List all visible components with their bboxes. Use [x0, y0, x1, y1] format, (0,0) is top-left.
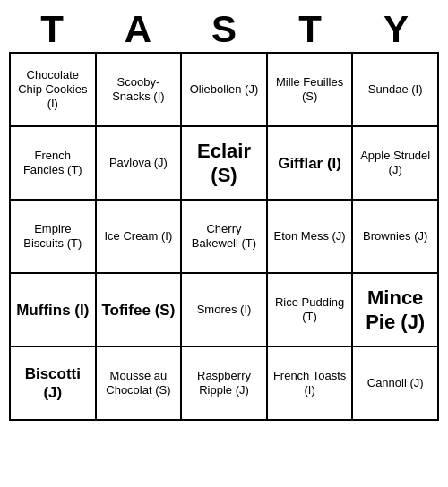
bingo-card: TASTY Chocolate Chip Cookies (I)Scooby-S… — [9, 7, 439, 421]
bingo-cell: Biscotti (J) — [11, 347, 97, 421]
bingo-cell: Ice Cream (I) — [97, 201, 183, 274]
bingo-cell: Scooby-Snacks (I) — [97, 54, 183, 127]
header-letter: S — [181, 7, 267, 52]
bingo-cell: Mousse au Chocolat (S) — [97, 347, 183, 421]
bingo-cell: Muffins (I) — [11, 274, 97, 347]
header-letter: Y — [353, 7, 439, 52]
bingo-cell: French Fancies (T) — [11, 127, 97, 201]
header-letter: T — [267, 7, 353, 52]
bingo-cell: French Toasts (I) — [268, 347, 354, 421]
bingo-cell: Chocolate Chip Cookies (I) — [11, 54, 97, 127]
header-letter: A — [95, 7, 181, 52]
bingo-cell: Pavlova (J) — [97, 127, 183, 201]
bingo-cell: Mille Feuilles (S) — [268, 54, 354, 127]
bingo-cell: Sundae (I) — [353, 54, 439, 127]
bingo-grid: Chocolate Chip Cookies (I)Scooby-Snacks … — [9, 52, 439, 421]
bingo-cell: Eton Mess (J) — [268, 201, 354, 274]
bingo-cell: Cherry Bakewell (T) — [182, 201, 268, 274]
bingo-cell: Mince Pie (J) — [353, 274, 439, 347]
bingo-cell: Eclair (S) — [182, 127, 268, 201]
bingo-cell: Apple Strudel (J) — [353, 127, 439, 201]
bingo-cell: Raspberry Ripple (J) — [182, 347, 268, 421]
header-letter: T — [9, 7, 95, 52]
bingo-cell: Empire Biscuits (T) — [11, 201, 97, 274]
bingo-cell: Oliebollen (J) — [182, 54, 268, 127]
bingo-cell: Brownies (J) — [353, 201, 439, 274]
bingo-cell: Rice Pudding (T) — [268, 274, 354, 347]
bingo-cell: Smores (I) — [182, 274, 268, 347]
bingo-cell: Tofifee (S) — [97, 274, 183, 347]
bingo-cell: Gifflar (I) — [268, 127, 354, 201]
bingo-cell: Cannoli (J) — [353, 347, 439, 421]
header-row: TASTY — [9, 7, 439, 52]
